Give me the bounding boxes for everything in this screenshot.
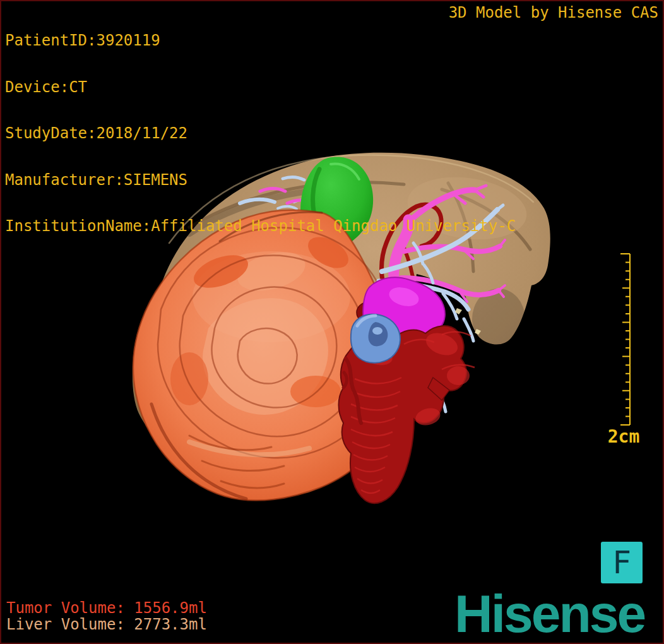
blue-structure-model (351, 314, 400, 363)
volume-readout: Tumor Volume: 1556.9ml Liver Volume: 277… (6, 600, 207, 633)
ruler-ticks (620, 254, 630, 425)
brand-logo: Hisense (454, 587, 644, 640)
tumor-volume-label: Tumor Volume: 1556.9ml (6, 600, 207, 617)
device-line: Device:CT (5, 80, 516, 95)
orientation-letter: F (612, 544, 631, 581)
scale-bar: 2cm (608, 254, 640, 447)
scale-label: 2cm (608, 426, 640, 447)
manufacturer-line: Manufacturer:SIEMENS (5, 172, 516, 188)
patient-id-line: PatientID:3920119 (5, 33, 516, 49)
viewer-root: { "header": { "patient_lines": [ "Patien… (0, 0, 664, 644)
liver-volume-label: Liver Volume: 2773.3ml (6, 617, 207, 633)
patient-info-overlay: PatientID:3920119 Device:CT StudyDate:20… (5, 2, 516, 249)
institution-line: InstitutionName:Affiliated Hospital Qing… (5, 218, 516, 234)
orientation-marker: F (601, 542, 643, 583)
study-date-line: StudyDate:2018/11/22 (5, 126, 516, 141)
watermark-label: 3D Model by Hisense CAS (449, 4, 658, 21)
